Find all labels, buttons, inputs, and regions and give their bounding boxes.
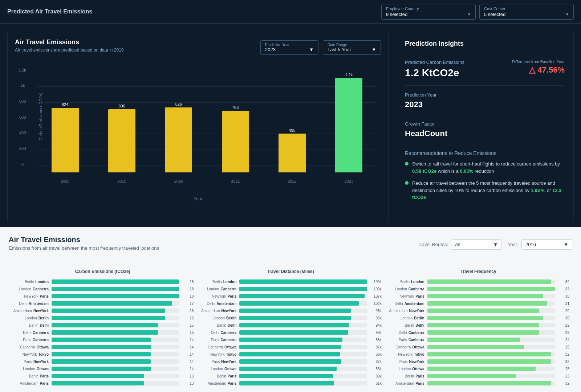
bar-val: 81k — [367, 381, 382, 385]
date-range-label: Date Range — [328, 43, 376, 47]
from-label: Amsterdam — [395, 381, 414, 385]
year-dropdown[interactable]: 2016 ▼ — [521, 239, 572, 250]
bar-fill — [427, 330, 540, 335]
bar-fill — [52, 330, 158, 335]
from-label: London — [23, 367, 35, 371]
from-label: Delhi — [23, 331, 31, 335]
bar-fill — [239, 323, 349, 327]
y-tick-1.2k: 1.2k — [19, 68, 26, 72]
bar-track — [52, 381, 179, 385]
bar-track — [52, 301, 179, 306]
list-item: London Berlin 30 — [387, 315, 569, 321]
list-item: NewYork Paris 107k — [199, 293, 381, 299]
bar-track — [52, 352, 179, 356]
chevron-down-icon2: ▼ — [565, 12, 569, 16]
carbon-value: 1.2 KtCO2e — [405, 67, 464, 79]
bar-val: 23 — [555, 374, 569, 378]
from-label: Berlin — [400, 280, 410, 284]
from-label: Berlin — [212, 280, 222, 284]
app-title: Predicted Air Travel Emissions — [7, 8, 381, 15]
bar-track — [239, 359, 367, 364]
bar-track — [427, 345, 555, 349]
bar-2023-value: 1.2k — [345, 73, 353, 77]
bar-2021-rect — [222, 111, 249, 172]
bar-val: 83k — [367, 367, 382, 371]
prediction-year-dropdown[interactable]: Prediction Year 2023 ▼ — [260, 40, 318, 55]
bar-2018-value: 824 — [62, 102, 68, 107]
bar-track — [52, 279, 179, 284]
to-label: Paris — [415, 381, 424, 385]
from-label: Amsterdam — [389, 309, 407, 313]
to-label: London — [35, 280, 49, 284]
from-label: London — [25, 316, 37, 320]
rec-text-1: Switch to rail travel for short-haul fli… — [412, 160, 565, 175]
list-item: NewYork Paris 30 — [387, 293, 569, 299]
carbon-section: Predicted Carbon Emissions 1.2 KtCO2e — [405, 60, 464, 79]
cost-center-value: 5 selected ▼ — [484, 12, 569, 17]
bar-val: 13 — [179, 374, 194, 378]
to-label: NewYork — [33, 360, 49, 364]
from-label: NewYork — [400, 294, 414, 298]
cost-center-filter[interactable]: Cost Center 5 selected ▼ — [479, 4, 574, 20]
to-label: Canberra — [33, 331, 49, 335]
employee-country-filter[interactable]: Employee Country 9 selected ▼ — [381, 4, 476, 20]
travel-routes-dropdown[interactable]: All ▼ — [451, 239, 502, 250]
to-label: Paris — [228, 294, 236, 298]
bar-fill — [239, 338, 342, 342]
diff-section: Difference from Baseline Year △ 47.56% — [512, 60, 565, 75]
list-item: Paris Canberra 24 — [387, 336, 569, 343]
list-item: NewYork Tokyo 86k — [199, 351, 381, 358]
to-label: Berlin — [38, 316, 49, 320]
rec-bold-3: 1.03 % — [531, 188, 545, 193]
y-tick-400: 400 — [19, 131, 26, 135]
bar-2022-rect — [279, 134, 306, 172]
list-item: Berlin Paris 80k — [199, 373, 381, 379]
divider3 — [405, 145, 565, 145]
bar-2021: 788 — [207, 105, 264, 172]
bar-val: 18 — [179, 287, 194, 291]
bar-val: 109k — [367, 280, 382, 284]
from-label: Paris — [399, 338, 407, 342]
list-item: Amsterdam NewYork 16 — [12, 307, 194, 314]
bar-fill — [427, 316, 543, 320]
bar-val: 95k — [367, 316, 382, 320]
from-label: Delhi — [399, 331, 407, 335]
from-label: Paris — [399, 360, 408, 364]
bar-track — [239, 309, 367, 313]
rec-item-1: Switch to rail travel for short-haul fli… — [405, 160, 565, 175]
from-label: NewYork — [23, 352, 37, 356]
bar-fill — [52, 309, 165, 313]
bar-track — [52, 345, 179, 349]
bar-val: 14 — [179, 352, 194, 356]
from-label: NewYork — [212, 294, 226, 298]
bar-fill — [239, 301, 359, 306]
x-label-2020: 2020 — [150, 179, 207, 183]
recommendations-title: Recommendations to Reduce Emissions — [405, 150, 565, 156]
bar-fill — [52, 301, 172, 306]
to-label: London — [223, 280, 237, 284]
bar-fill — [52, 287, 179, 291]
distance-h-bars: Berlin London 109k London Canberra 109k — [199, 278, 381, 387]
bar-track — [427, 374, 555, 378]
y-tick-800: 800 — [19, 99, 26, 103]
bar-val: 95k — [367, 309, 382, 313]
to-label: Tokyo — [414, 352, 424, 356]
list-item: London Ottawa 28 — [387, 366, 569, 372]
bar-track — [52, 287, 179, 291]
to-label: NewYork — [33, 309, 49, 313]
list-item: London Canberra 33 — [387, 286, 569, 292]
to-label: NewYork — [221, 309, 236, 313]
to-label: Delhi — [40, 323, 49, 327]
bar-track — [52, 374, 179, 378]
to-label: Canberra — [409, 331, 424, 335]
y-tick-0: 0 — [21, 162, 24, 167]
bar-fill — [239, 287, 367, 291]
bar-val: 87k — [367, 345, 382, 349]
bar-track — [52, 359, 179, 364]
travel-routes-group: Travel Routes: All ▼ — [418, 239, 502, 250]
bar-track — [427, 367, 555, 371]
from-label: Paris — [211, 338, 219, 342]
date-range-dropdown[interactable]: Date Range Last 5 Year ▼ — [323, 40, 381, 55]
list-item: Delhi Canberra 15 — [12, 329, 194, 336]
list-item: Canberra Ottawa 25 — [387, 344, 569, 350]
